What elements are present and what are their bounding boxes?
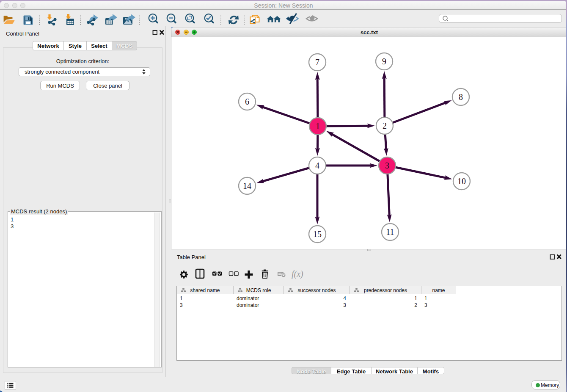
svg-text:6: 6 <box>245 97 249 106</box>
svg-text:15: 15 <box>313 229 322 239</box>
svg-text:10: 10 <box>457 177 466 186</box>
svg-text:2: 2 <box>383 121 387 130</box>
svg-text:f(x): f(x) <box>292 269 303 279</box>
svg-text:7: 7 <box>315 58 319 67</box>
svg-text:11: 11 <box>386 227 394 237</box>
svg-text:4: 4 <box>315 161 319 170</box>
svg-text:1: 1 <box>316 121 320 131</box>
svg-text:8: 8 <box>459 92 463 102</box>
svg-text:14: 14 <box>243 181 251 190</box>
svg-text:3: 3 <box>385 161 389 170</box>
svg-text:9: 9 <box>382 57 386 66</box>
